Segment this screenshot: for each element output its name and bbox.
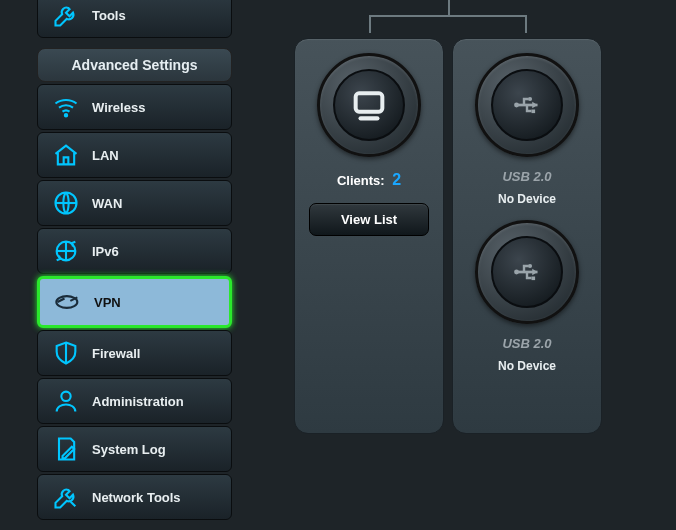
connector <box>448 0 450 15</box>
globe-icon <box>52 189 80 217</box>
sidebar-item-label: Network Tools <box>92 490 181 505</box>
tools-icon <box>52 483 80 511</box>
sidebar-item-label: Wireless <box>92 100 145 115</box>
usb-slot-2: USB 2.0 No Device <box>453 220 601 373</box>
svg-rect-11 <box>532 110 536 114</box>
connector <box>525 15 527 33</box>
svg-point-0 <box>65 114 67 116</box>
sidebar-item-label: IPv6 <box>92 244 119 259</box>
sidebar-item-systemlog[interactable]: System Log <box>37 426 232 472</box>
home-icon <box>52 141 80 169</box>
svg-rect-16 <box>532 277 536 281</box>
sidebar-item-wireless[interactable]: Wireless <box>37 84 232 130</box>
usb-label: USB 2.0 <box>502 336 551 351</box>
clients-card: Clients: 2 View List <box>294 38 444 434</box>
sidebar-item-label: Administration <box>92 394 184 409</box>
usb-status: No Device <box>498 192 556 206</box>
svg-point-15 <box>528 264 532 268</box>
clients-count-line: Clients: 2 <box>295 171 443 189</box>
main-panel: Clients: 2 View List U <box>254 0 676 530</box>
sidebar-item-label: Tools <box>92 8 126 23</box>
sidebar: Tools Advanced Settings Wireless LAN WAN… <box>37 0 232 520</box>
svg-point-4 <box>61 392 70 401</box>
wrench-icon <box>52 1 80 29</box>
usb-slot-1: USB 2.0 No Device <box>453 53 601 206</box>
sidebar-item-lan[interactable]: LAN <box>37 132 232 178</box>
sidebar-item-ipv6[interactable]: IPv6 <box>37 228 232 274</box>
usb-icon <box>475 53 579 157</box>
svg-rect-5 <box>356 93 383 111</box>
sidebar-item-tools[interactable]: Tools <box>37 0 232 38</box>
svg-point-10 <box>528 97 532 101</box>
sidebar-item-administration[interactable]: Administration <box>37 378 232 424</box>
svg-marker-9 <box>532 102 537 109</box>
sidebar-item-label: Firewall <box>92 346 140 361</box>
usb-status: No Device <box>498 359 556 373</box>
sidebar-item-label: WAN <box>92 196 122 211</box>
sidebar-item-label: LAN <box>92 148 119 163</box>
user-icon <box>52 387 80 415</box>
clients-label: Clients: <box>337 173 385 188</box>
view-list-button[interactable]: View List <box>309 203 429 236</box>
usb-label: USB 2.0 <box>502 169 551 184</box>
document-edit-icon <box>52 435 80 463</box>
usb-icon <box>475 220 579 324</box>
monitor-icon <box>317 53 421 157</box>
clients-count: 2 <box>392 171 401 188</box>
sidebar-item-label: System Log <box>92 442 166 457</box>
svg-marker-14 <box>532 269 537 276</box>
connector <box>369 15 527 17</box>
sidebar-item-wan[interactable]: WAN <box>37 180 232 226</box>
vpn-icon <box>54 288 82 316</box>
connector <box>369 15 371 33</box>
usb-card: USB 2.0 No Device USB 2.0 <box>452 38 602 434</box>
sidebar-item-label: VPN <box>94 295 121 310</box>
section-header-advanced: Advanced Settings <box>37 48 232 82</box>
shield-icon <box>52 339 80 367</box>
sidebar-item-vpn[interactable]: VPN <box>37 276 232 328</box>
globe-arrows-icon <box>52 237 80 265</box>
sidebar-item-networktools[interactable]: Network Tools <box>37 474 232 520</box>
wifi-icon <box>52 93 80 121</box>
sidebar-item-firewall[interactable]: Firewall <box>37 330 232 376</box>
